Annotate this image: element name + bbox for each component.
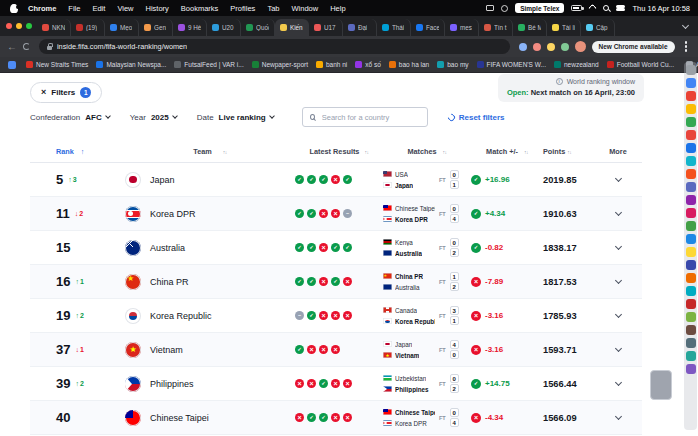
dock-app-icon[interactable] [686, 169, 696, 179]
menubar-item-edit[interactable]: Edit [86, 4, 111, 13]
header-latest-results[interactable]: Latest Results↑↓ [295, 147, 383, 156]
chrome-update-button[interactable]: New Chrome available [592, 41, 675, 53]
dock-app-icon[interactable] [686, 312, 696, 322]
bookmark-item[interactable]: Football World Cu... [603, 61, 678, 68]
year-select[interactable]: Year 2025 [130, 113, 177, 122]
expand-row-button[interactable] [603, 247, 633, 249]
expand-row-button[interactable] [603, 213, 633, 215]
close-window-button[interactable] [6, 23, 12, 29]
menubar-item-chrome[interactable]: Chrome [22, 4, 62, 13]
browser-tab[interactable]: Face [411, 19, 445, 36]
menubar-item-window[interactable]: Window [285, 4, 324, 13]
apps-shortcut-icon[interactable] [8, 61, 16, 69]
preview-thumbnail[interactable] [650, 370, 672, 400]
expand-row-button[interactable] [603, 383, 633, 385]
browser-tab[interactable]: Cập [581, 19, 615, 36]
browser-tab[interactable]: NKN [37, 19, 71, 36]
search-input[interactable] [320, 112, 420, 123]
dock-app-icon[interactable] [686, 221, 696, 231]
minimize-window-button[interactable] [16, 23, 22, 29]
apple-menu-icon[interactable] [10, 4, 18, 13]
table-row[interactable]: 5 ↑3 Japan USA [30, 163, 642, 197]
profile-avatar[interactable] [575, 41, 586, 52]
header-team[interactable]: Team↑↓ [125, 147, 295, 156]
bookmark-item[interactable]: New Straits Times [22, 61, 92, 68]
table-row[interactable]: 39 ↑2 Philippines Uzbekistan [30, 367, 642, 401]
extension-icon[interactable] [519, 43, 527, 51]
extension-icon[interactable] [547, 43, 555, 51]
extension-icon[interactable] [533, 43, 541, 51]
browser-tab[interactable]: Quốc [241, 19, 275, 36]
dock-app-icon[interactable] [686, 130, 696, 140]
filters-button[interactable]: × Filters 1 [30, 82, 102, 103]
header-rank[interactable]: Rank↑ [30, 147, 125, 156]
menubar-item-file[interactable]: File [62, 4, 86, 13]
reload-button[interactable] [23, 43, 30, 50]
table-row[interactable]: 19 ↑2 Korea Republic Canada [30, 299, 642, 333]
dock-app-icon[interactable] [686, 351, 696, 361]
extension-icon[interactable] [561, 43, 569, 51]
browser-tab[interactable]: Mẹo [105, 19, 139, 36]
dock-app-icon[interactable] [686, 364, 696, 374]
browser-tab[interactable]: 9 Hè [173, 19, 207, 36]
country-search[interactable] [302, 107, 428, 127]
dock-app-icon[interactable] [686, 260, 696, 270]
dock-app-icon[interactable] [686, 195, 696, 205]
menubar-item-history[interactable]: History [140, 4, 175, 13]
dock-app-icon[interactable] [686, 143, 696, 153]
menubar-item-profiles[interactable]: Profiles [224, 4, 261, 13]
confederation-select[interactable]: Confederation AFC [30, 113, 110, 122]
dock-app-icon[interactable] [686, 273, 696, 283]
table-row[interactable]: 37 ↓1 Vietnam Japan [30, 333, 642, 367]
zoom-window-button[interactable] [26, 23, 32, 29]
menubar-item-help[interactable]: Help [324, 4, 351, 13]
menubar-item-tab[interactable]: Tab [261, 4, 285, 13]
browser-tab[interactable]: Tín t [479, 19, 513, 36]
dock-app-icon[interactable] [686, 156, 696, 166]
dock-app-icon[interactable] [686, 182, 696, 192]
browser-tab[interactable]: mes [445, 19, 479, 36]
bookmark-item[interactable]: banh ni [312, 61, 351, 68]
input-source-chip[interactable]: Simple Telex [515, 3, 564, 13]
expand-row-button[interactable] [603, 315, 633, 317]
dock-app-icon[interactable] [686, 78, 696, 88]
browser-tab[interactable]: Kiến [275, 19, 309, 36]
browser-tab[interactable]: Thái [377, 19, 411, 36]
expand-row-button[interactable] [603, 349, 633, 351]
bookmark-item[interactable]: FIFA WOMEN'S W... [473, 61, 550, 68]
wifi-icon[interactable] [588, 3, 598, 13]
back-button[interactable]: ← [7, 42, 17, 52]
reset-filters-button[interactable]: Reset filters [448, 113, 505, 122]
browser-menu-icon[interactable] [685, 45, 688, 48]
bookmark-item[interactable]: xổ số [351, 61, 385, 68]
dock-app-icon[interactable] [686, 286, 696, 296]
browser-tab[interactable]: (19) [71, 19, 105, 36]
browser-tab[interactable]: U20 [207, 19, 241, 36]
dock-app-icon[interactable] [686, 234, 696, 244]
control-center-icon[interactable] [616, 4, 625, 12]
menubar-item-bookmarks[interactable]: Bookmarks [175, 4, 225, 13]
dock-app-icon[interactable] [686, 104, 696, 114]
dock-app-icon[interactable] [686, 299, 696, 309]
bookmark-item[interactable]: FutsalFeed | VAR i... [170, 61, 247, 68]
menubar-item-view[interactable]: View [111, 4, 139, 13]
address-bar[interactable]: inside.fifa.com/fifa-world-ranking/women [39, 39, 510, 54]
bookmark-item[interactable]: newzealand [550, 61, 603, 68]
dock-app-icon[interactable] [686, 208, 696, 218]
bookmark-item[interactable]: bao my [433, 61, 472, 68]
header-match-delta[interactable]: Match +/-↑↓ [471, 147, 543, 156]
browser-tab[interactable]: Bé M [513, 19, 547, 36]
expand-row-button[interactable] [603, 281, 633, 283]
bookmark-item[interactable]: Malaysian Newspa... [92, 61, 170, 68]
browser-tab[interactable]: Đại [343, 19, 377, 36]
expand-row-button[interactable] [603, 417, 633, 419]
browser-tab[interactable]: U17 [309, 19, 343, 36]
table-row[interactable]: 11 ↓2 Korea DPR Chinese Taipei [30, 197, 642, 231]
expand-row-button[interactable] [603, 179, 633, 181]
table-row[interactable]: 15 Australia Kenya [30, 231, 642, 265]
table-row[interactable]: 40 Chinese Taipei Chinese Taipei [30, 401, 642, 435]
table-row[interactable]: 16 ↑1 China PR China PR [30, 265, 642, 299]
browser-tab[interactable]: Gen [139, 19, 173, 36]
spotlight-icon[interactable] [603, 5, 609, 11]
header-matches[interactable]: Matches↑↓ [383, 147, 471, 156]
